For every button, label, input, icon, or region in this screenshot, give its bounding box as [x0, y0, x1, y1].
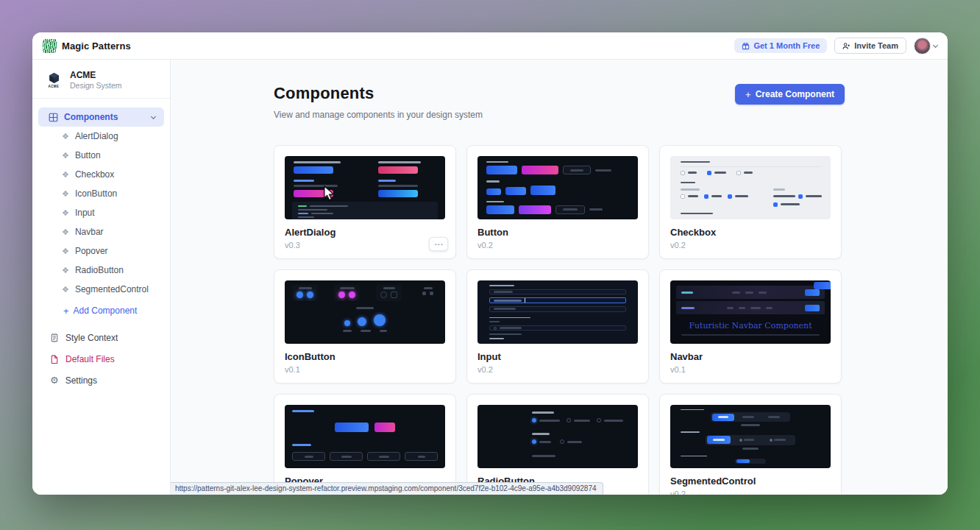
page-header: Components View and manage components in… [274, 84, 483, 120]
component-card-checkbox[interactable]: Checkbox v0.2 [659, 145, 842, 259]
card-name: Checkbox [670, 227, 831, 238]
component-icon: ❖ [62, 171, 69, 179]
sidebar-item-default-files[interactable]: Default Files [32, 348, 170, 370]
org-name: ACME [70, 70, 122, 81]
plus-icon: + [745, 90, 751, 99]
invite-team-label: Invite Team [854, 41, 898, 50]
thumb-button-sizes-row [486, 186, 629, 195]
gift-icon [742, 42, 750, 50]
thumb-popover-triggers [292, 423, 438, 432]
avatar [914, 38, 931, 54]
component-icon: ❖ [62, 266, 69, 275]
thumb-radio-row-2 [532, 439, 631, 444]
component-icon: ❖ [62, 286, 69, 294]
brand: Magic Patterns [43, 39, 131, 53]
thumb-navbar-2 [676, 301, 825, 314]
component-card-button[interactable]: Button v0.2 [466, 145, 649, 259]
card-thumbnail-checkbox[interactable] [670, 156, 831, 219]
card-name: IconButton [285, 351, 445, 362]
card-name: SegmentedControl [670, 476, 831, 487]
card-version: v0.1 [670, 365, 831, 374]
sidebar-sub-label: SegmentedControl [75, 284, 149, 294]
sidebar-item-segmentedcontrol[interactable]: ❖SegmentedControl [32, 280, 170, 299]
chevron-down-icon [151, 114, 156, 119]
component-card-iconbutton[interactable]: IconButton v0.1 [274, 269, 456, 384]
style-context-label: Style Context [65, 333, 118, 343]
acme-logo-icon: ACME [44, 72, 63, 88]
card-version: v0.2 [477, 365, 638, 374]
thumb-segment-basic [681, 412, 820, 426]
component-icon: ❖ [62, 209, 69, 217]
create-component-button[interactable]: + Create Component [735, 84, 845, 105]
get-month-free-label: Get 1 Month Free [753, 41, 820, 50]
sidebar: ACME ACME Design System Components ❖Aler… [32, 60, 171, 495]
org-switcher[interactable]: ACME ACME Design System [32, 67, 170, 98]
thumb-alert-code-block [292, 202, 438, 219]
thumb-button-icons-row [486, 205, 629, 214]
sidebar-item-style-context[interactable]: Style Context [32, 327, 170, 348]
magic-patterns-logo-icon [42, 39, 57, 53]
user-menu[interactable] [914, 38, 937, 54]
sidebar-item-radiobutton[interactable]: ❖RadioButton [32, 261, 170, 280]
plus-icon: + [63, 306, 69, 316]
component-card-input[interactable]: Input v0.2 [466, 269, 649, 384]
card-version: v0.2 [477, 241, 638, 250]
card-version: v0.2 [670, 490, 831, 495]
main-content: Components View and manage components in… [171, 60, 948, 495]
page-title: Components [274, 84, 483, 103]
component-card-radiobutton[interactable]: RadioButton v0.1 [466, 394, 649, 495]
sidebar-components-label: Components [64, 112, 118, 122]
component-card-alertdialog[interactable]: AlertDialog v0.3 ⋯ [274, 145, 456, 259]
card-thumbnail-popover[interactable] [285, 405, 445, 468]
sidebar-sub-label: Input [75, 208, 95, 218]
page-subtitle: View and manage components in your desig… [274, 110, 483, 120]
sidebar-item-components[interactable]: Components [38, 107, 164, 127]
thumb-iconbutton-variants [292, 285, 438, 301]
get-month-free-button[interactable]: Get 1 Month Free [734, 38, 827, 53]
component-card-navbar[interactable]: Futuristic Navbar Component Navbar v0.1 [659, 269, 842, 384]
sidebar-item-settings[interactable]: ⚙ Settings [32, 370, 170, 391]
sidebar-sub-label: Checkbox [75, 169, 114, 180]
document-icon [50, 333, 59, 342]
thumb-navbar-caption: Futuristic Navbar Component [675, 321, 826, 331]
card-name: Input [477, 351, 638, 362]
add-component-button[interactable]: + Add Component [32, 300, 170, 321]
sidebar-item-input[interactable]: ❖Input [32, 203, 170, 222]
card-thumbnail-segmentedcontrol[interactable] [670, 405, 831, 468]
component-card-popover[interactable]: Popover v0.2 [274, 394, 456, 495]
card-menu-button[interactable]: ⋯ [429, 237, 448, 251]
thumb-alert-buttons [285, 156, 445, 197]
sidebar-item-navbar[interactable]: ❖Navbar [32, 222, 170, 241]
card-thumbnail-iconbutton[interactable] [285, 280, 445, 344]
topbar: Magic Patterns Get 1 Month Free Invite T… [32, 32, 948, 60]
sidebar-item-popover[interactable]: ❖Popover [32, 241, 170, 261]
card-thumbnail-input[interactable] [477, 280, 638, 344]
sidebar-sub-label: Button [75, 150, 101, 160]
sidebar-sub-label: AlertDialog [75, 131, 118, 141]
card-thumbnail-navbar[interactable]: Futuristic Navbar Component [670, 280, 831, 344]
thumb-navbar-1 [676, 286, 825, 299]
thumb-popover-positions [292, 452, 438, 461]
component-grid: AlertDialog v0.3 ⋯ [274, 145, 845, 495]
card-name: Navbar [670, 351, 831, 362]
thumb-navbar-partial-button [814, 282, 831, 289]
sidebar-item-iconbutton[interactable]: ❖IconButton [32, 184, 170, 203]
component-card-segmentedcontrol[interactable]: SegmentedControl v0.2 [659, 394, 842, 495]
sidebar-item-checkbox[interactable]: ❖Checkbox [32, 165, 170, 184]
card-thumbnail-button[interactable] [477, 156, 638, 219]
topbar-actions: Get 1 Month Free Invite Team [734, 38, 937, 54]
sidebar-sub-label: Popover [75, 246, 108, 256]
invite-team-button[interactable]: Invite Team [834, 38, 906, 54]
component-icon: ❖ [62, 190, 69, 198]
sidebar-item-button[interactable]: ❖Button [32, 146, 170, 165]
card-name: Button [477, 227, 638, 238]
thumb-segment-icons [681, 435, 820, 450]
settings-label: Settings [65, 375, 97, 386]
card-thumbnail-radiobutton[interactable] [477, 405, 638, 468]
card-thumbnail-alertdialog[interactable] [285, 156, 445, 219]
sidebar-item-alertdialog[interactable]: ❖AlertDialog [32, 127, 170, 146]
sidebar-sub-label: RadioButton [75, 265, 124, 275]
org-info: ACME Design System [70, 70, 122, 91]
sidebar-sub-label: IconButton [75, 188, 117, 199]
mouse-cursor [323, 186, 336, 202]
